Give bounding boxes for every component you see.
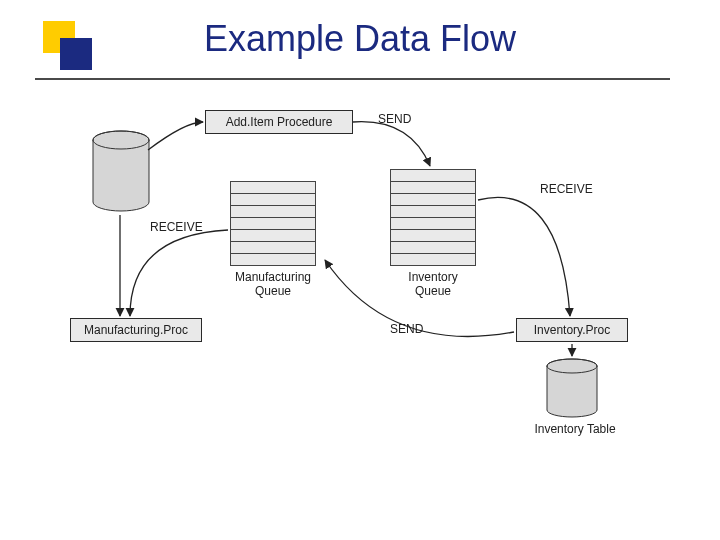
receive-label-1: RECEIVE xyxy=(540,182,593,196)
flow-arrows xyxy=(90,100,650,440)
slide-title: Example Data Flow xyxy=(0,18,720,60)
receive-label-2: RECEIVE xyxy=(150,220,203,234)
send-label-1: SEND xyxy=(378,112,411,126)
data-flow-diagram: Add.Item Procedure Manufacturing Queue I… xyxy=(90,100,650,440)
divider xyxy=(35,78,670,80)
slide: Example Data Flow Add.Item Procedure Man… xyxy=(0,0,720,540)
send-label-2: SEND xyxy=(390,322,423,336)
